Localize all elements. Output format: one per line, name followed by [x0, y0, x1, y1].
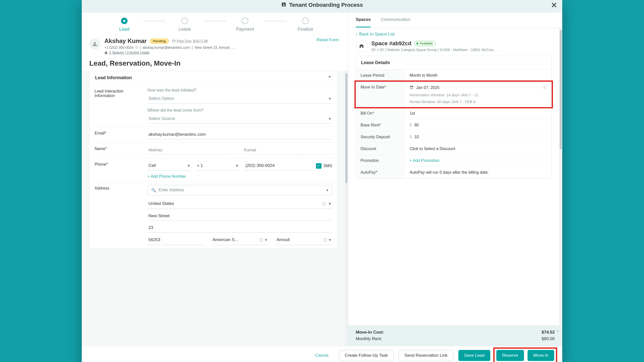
base-rent-field[interactable]: $80 — [405, 119, 551, 131]
left-pane: Lead Lease Payment Finalize Akshay Kumar… — [82, 13, 348, 346]
modal-footer: Cancel Create Follow-Up Task Send Reserv… — [82, 346, 562, 362]
lead-source-select[interactable]: Select Source▾ — [147, 114, 332, 124]
phone-country-select[interactable]: + 1▾ — [196, 161, 239, 171]
send-reservation-button[interactable]: Send Reservation Link — [399, 350, 453, 361]
lease-period-label: Lease Period — [356, 70, 405, 81]
step-finalize[interactable]: Finalize — [287, 18, 324, 32]
onboarding-modal: Tenant Onboarding Process ✕ Lead Lease P… — [82, 0, 562, 362]
left-scroll-area[interactable]: Lead Information ⌃ Lead Interaction Info… — [82, 71, 345, 346]
avatar — [89, 38, 100, 50]
reservation-window: Reservation Window: 14 days JAN 7 - 21 — [410, 93, 547, 97]
movein-button[interactable]: Move In — [528, 350, 554, 361]
space-title: Space #ab92cd — [371, 40, 411, 47]
discount-select[interactable]: Click to Select a Discount — [405, 143, 551, 155]
movein-row: Move In Date* Jan 07, 2025 ⓧ Reservation… — [356, 81, 551, 107]
lead-info-panel: Lead Information ⌃ Lead Interaction Info… — [89, 71, 337, 248]
city-select[interactable]: Amouliⓧ▾ — [276, 235, 332, 245]
lead-header: Akshay Kumar Pending Past Due: $1672.88 … — [82, 34, 348, 59]
phone-type-select[interactable]: Cell▾ — [147, 161, 191, 171]
calendar-icon — [410, 85, 414, 90]
lease-period-value: Month to Month — [405, 70, 551, 81]
tab-communication[interactable]: Communication — [381, 13, 411, 27]
step-lead[interactable]: Lead — [105, 18, 143, 32]
account-box-icon — [281, 2, 286, 8]
add-promotion-link[interactable]: + Add Promotion — [410, 158, 439, 163]
sms-checkbox[interactable]: ✓ SMS — [316, 163, 332, 169]
back-to-space-list[interactable]: ‹ Back to Space List — [356, 32, 394, 37]
panel-header[interactable]: Lead Information ⌃ — [90, 71, 337, 85]
right-scroll-area[interactable]: ‹ Back to Space List Space #ab92cd Avail… — [348, 28, 559, 325]
monthly-rent: $80.00 — [542, 336, 555, 341]
name-label: Name* — [90, 143, 142, 158]
lease-details-panel: Lease Details Lease Period Month to Mont… — [356, 56, 552, 178]
chevron-left-icon: ‹ — [356, 32, 357, 37]
modal-header: Tenant Onboarding Process ✕ — [82, 0, 562, 13]
followup-button[interactable]: Create Follow-Up Task — [339, 350, 394, 361]
autopay-text: AutoPay will run 0 days after the billin… — [405, 167, 551, 178]
step-lease[interactable]: Lease — [166, 18, 204, 32]
lead-initiated-select[interactable]: Select Option▾ — [147, 94, 332, 104]
reset-form-link[interactable]: Reset Form — [316, 37, 339, 42]
movein-date-field[interactable]: Jan 07, 2025 — [416, 85, 540, 90]
street-field[interactable]: New Street — [147, 211, 332, 221]
country-select[interactable]: United Statesⓧ▾ — [147, 199, 332, 209]
step-payment[interactable]: Payment — [226, 18, 264, 32]
space-icon — [356, 40, 367, 52]
space-header: Space #ab92cd Available 55' x 55' | Webs… — [356, 40, 552, 52]
section-title: Lead, Reservation, Move-In — [82, 59, 348, 71]
cost-summary[interactable]: Move-In Cost:$74.52 Monthly Rent:$80.00 … — [348, 325, 562, 346]
email-label: Email* — [90, 127, 142, 142]
cancel-button[interactable]: Cancel — [309, 350, 334, 361]
stepper: Lead Lease Payment Finalize — [82, 13, 348, 34]
last-name-field[interactable]: Kumar — [243, 146, 332, 155]
lead-spaces-link[interactable]: 2 Spaces | 3 Active Leads — [104, 51, 150, 55]
status-badge: Pending — [150, 38, 169, 44]
first-name-field[interactable]: Akshay — [147, 146, 237, 155]
chevron-up-icon: ⌃ — [328, 75, 332, 81]
bill-on-value[interactable]: 1st — [405, 108, 551, 119]
space-subtitle: 55' x 55' | Website Category Space Group… — [371, 48, 497, 52]
availability-badge: Available — [414, 41, 435, 46]
reserve-button[interactable]: Reserve — [496, 350, 524, 361]
street-no-field[interactable]: 23 — [147, 223, 332, 233]
right-tabs: Spaces Communication — [348, 13, 562, 28]
save-lead-button[interactable]: Save Lead — [458, 350, 490, 361]
right-scrollbar[interactable] — [559, 28, 562, 325]
left-scrollbar[interactable] — [345, 71, 348, 346]
phone-label: Phone* — [90, 158, 142, 182]
add-phone-link[interactable]: + Add Phone Number — [147, 174, 186, 179]
lead-contact-line: +1 (202) 300-0024 | akshay.kumar@tenanti… — [104, 46, 316, 50]
modal-body: Lead Lease Payment Finalize Akshay Kumar… — [82, 13, 562, 346]
email-field[interactable]: akshay.kumar@tenantinc.com — [147, 130, 332, 139]
phone-number-field[interactable]: (202) 300-0024 — [244, 161, 311, 170]
state-select[interactable]: American S…ⓧ▾ — [212, 235, 268, 245]
zip-field[interactable]: 56253 — [147, 235, 204, 245]
lead-interaction-label: Lead Interaction Information — [90, 85, 142, 127]
address-label: Address — [90, 182, 142, 248]
clear-icon[interactable]: ⓧ — [543, 85, 547, 90]
modal-title: Tenant Onboarding Process — [289, 2, 363, 8]
rental-window: Rental Window: 30 days JAN 7 - FEB 6 — [410, 100, 547, 104]
chevron-up-icon[interactable]: ⌃ — [556, 330, 559, 335]
close-icon[interactable]: ✕ — [551, 1, 557, 10]
movein-cost: $74.52 — [542, 330, 555, 335]
lead-name: Akshay Kumar — [104, 37, 147, 44]
address-search-input[interactable]: 🔍 Enter Address ▾ — [147, 185, 332, 195]
tab-spaces[interactable]: Spaces — [356, 13, 371, 27]
search-icon: 🔍 — [151, 188, 156, 193]
checkbox-on-icon: ✓ — [316, 163, 321, 169]
lease-details-title: Lease Details — [356, 56, 551, 70]
past-due-link[interactable]: Past Due: $1672.88 — [172, 39, 208, 43]
right-pane: Spaces Communication ‹ Back to Space Lis… — [348, 13, 562, 346]
security-deposit-field[interactable]: $10 — [405, 131, 551, 143]
